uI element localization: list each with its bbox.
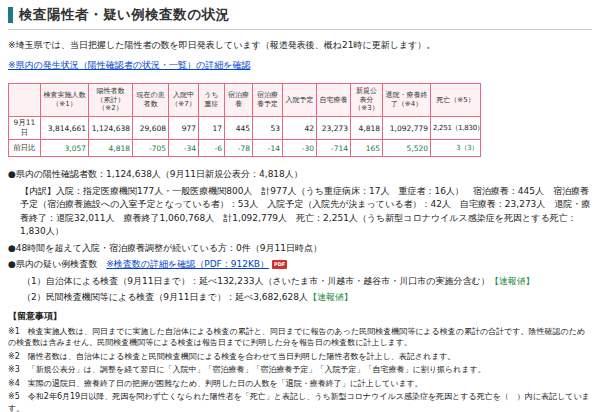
table-cell: -705 [133, 140, 169, 157]
suspected-item-text: （1）自治体による検査（9月11日まで）：延べ132,233人（さいたま市・川越… [22, 276, 490, 286]
stats-table: 検査実施人数（※1） 陽性者数（累計）（※2） 現在の患者数 入院中（※7） う… [8, 83, 481, 157]
page-title: 検査陽性者・疑い例検査数の状況 [19, 6, 230, 24]
pdf-icon: PDF [272, 260, 287, 269]
note-item-2: ※2 陽性者数は、自治体による検査と民間検査機関による検査を合わせて当日判明した… [8, 351, 592, 363]
row-label-sep11: 9月11日 [9, 117, 41, 140]
status-link-line: ※県内の発生状況（陽性確認者の状況・一覧）の詳細を確認 [8, 59, 592, 72]
status-detail-link[interactable]: ※県内の発生状況（陽性確認者の状況・一覧）の詳細を確認 [8, 60, 250, 70]
header-current-patients: 現在の患者数 [133, 84, 169, 117]
table-cell: 4,818 [351, 117, 383, 140]
positives-summary-line: ●県内の陽性確認者数：1,124,638人（9月11日新規公表分：4,818人） [8, 168, 592, 182]
header-home-care: 自宅療養 [317, 84, 351, 117]
header-tests-total: 検査実施人数（※1） [41, 84, 89, 117]
header-row-label [9, 84, 41, 117]
preliminary-badge: 【速報値】 [308, 292, 353, 302]
suspected-item-municipal: （1）自治体による検査（9月11日まで）：延べ132,233人（さいたま市・川越… [8, 275, 592, 289]
table-cell: 1,124,638 [89, 117, 133, 140]
table-cell: 29,608 [133, 117, 169, 140]
table-cell: 23,273 [317, 117, 351, 140]
table-row-sep11: 9月11日 3,814,661 1,124,638 29,608 977 17 … [9, 117, 481, 140]
table-cell: 4,818 [89, 140, 133, 157]
header-discharged: 退院・療養終了（※4） [383, 84, 431, 117]
header-hospitalized: 入院中（※7） [169, 84, 199, 117]
title-divider [8, 29, 592, 30]
suspected-cases-line: ●県内の疑い例検査数 ※検査数の詳細を確認（PDF：912KB）PDF [8, 258, 592, 272]
table-cell: -714 [317, 140, 351, 157]
note-item-3: ※3 「新規公表分」は、調整を経て翌日に「入院中」「宿泊療養」「宿泊療養予定」「… [8, 364, 592, 376]
table-cell-deaths: 3（3） [431, 140, 481, 157]
table-cell: 42 [283, 117, 317, 140]
table-cell-deaths: 2,251（1,830） [431, 117, 481, 140]
adjustment-wait-line: ●48時間を超えて入院・宿泊療養調整が続いている方：0件（9月11日時点） [8, 242, 592, 256]
table-cell: -14 [253, 140, 283, 157]
table-cell: 17 [199, 117, 225, 140]
header-severe: うち重症 [199, 84, 225, 117]
table-cell: -6 [199, 140, 225, 157]
positives-breakdown: 【内訳】入院：指定医療機関177人・一般医療機関800人 計977人（うち重症病… [8, 185, 592, 239]
table-cell: 165 [351, 140, 383, 157]
test-count-pdf-link[interactable]: ※検査数の詳細を確認（PDF：912KB） [106, 259, 269, 269]
note-item-1: ※1 検査実施人数は、同日までに実施した自治体による検査の累計と、同日までに報告… [8, 326, 592, 349]
table-cell: 977 [169, 117, 199, 140]
table-header-row: 検査実施人数（※1） 陽性者数（累計）（※2） 現在の患者数 入院中（※7） う… [9, 84, 481, 117]
summary-section: ●県内の陽性確認者数：1,124,638人（9月11日新規公表分：4,818人）… [8, 168, 592, 305]
table-cell: -78 [225, 140, 253, 157]
table-cell: -34 [169, 140, 199, 157]
header-new-announced: 新規公表分（※3） [351, 84, 383, 117]
table-cell: 1,092,779 [383, 117, 431, 140]
note-item-5: ※5 令和2年6月19日以降、死因を問わず亡くなられた陽性者を「死亡」と表記し、… [8, 391, 592, 412]
table-cell: 445 [225, 117, 253, 140]
suspected-cases-label: ●県内の疑い例検査数 [8, 259, 106, 269]
row-label-prev-day: 前日比 [9, 140, 41, 157]
suspected-item-private: （2）民間検査機関等による検査（9月11日まで）：延べ3,682,628人【速報… [8, 291, 592, 305]
title-accent-bar [8, 7, 13, 23]
notes-heading: 【留意事項】 [8, 310, 592, 323]
header-hospitalization-planned: 入院予定 [283, 84, 317, 117]
preliminary-badge: 【速報値】 [490, 276, 535, 286]
suspected-item-text: （2）民間検査機関等による検査（9月11日まで）：延べ3,682,628人 [22, 292, 308, 302]
header-hotel-care: 宿泊療養 [225, 84, 253, 117]
page: 検査陽性者・疑い例検査数の状況 ※埼玉県では、当日把握した陽性者の数を即日発表し… [0, 0, 600, 412]
table-cell: 5,520 [383, 140, 431, 157]
note-item-4: ※4 実際の退院日、療養終了日の把握が困難なため、判明した日の人数を「退院・療養… [8, 378, 592, 390]
update-schedule-note: ※埼玉県では、当日把握した陽性者の数を即日発表しています（報道発表後、概ね21時… [8, 39, 592, 52]
table-cell: 3,057 [41, 140, 89, 157]
notes-section: 【留意事項】 ※1 検査実施人数は、同日までに実施した自治体による検査の累計と、… [8, 310, 592, 412]
header-hotel-planned: 宿泊療養予定 [253, 84, 283, 117]
table-cell: -30 [283, 140, 317, 157]
page-title-row: 検査陽性者・疑い例検査数の状況 [8, 6, 592, 24]
header-deaths: 死亡（※5） [431, 84, 481, 117]
header-positives-total: 陽性者数（累計）（※2） [89, 84, 133, 117]
table-cell: 3,814,661 [41, 117, 89, 140]
table-cell: 53 [253, 117, 283, 140]
table-row-prev-day: 前日比 3,057 4,818 -705 -34 -6 -78 -14 -30 … [9, 140, 481, 157]
